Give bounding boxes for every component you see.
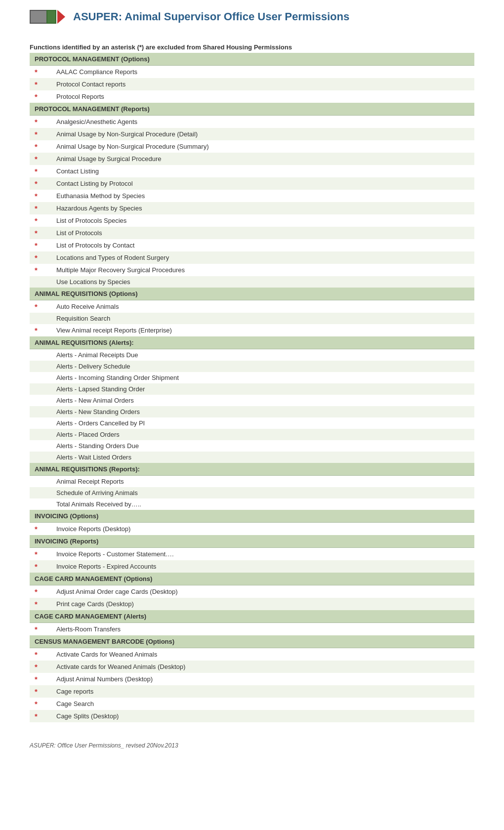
asterisk-marker: *: [30, 128, 54, 140]
asterisk-marker: *: [30, 140, 54, 153]
table-row: *Print cage Cards (Desktop): [30, 598, 474, 610]
asterisk-marker: *: [30, 710, 54, 722]
item-label: Locations and Types of Rodent Surgery: [54, 251, 474, 264]
section-header: ANIMAL REQUISITIONS (Alerts):: [30, 336, 474, 349]
no-marker: [30, 383, 54, 395]
item-label: Animal Receipt Reports: [54, 476, 474, 488]
item-label: Euthanasia Method by Species: [54, 190, 474, 202]
item-label: Multiple Major Recovery Surgical Procedu…: [54, 264, 474, 276]
no-marker: [30, 498, 54, 510]
table-row: Alerts - Delivery Schedule: [30, 361, 474, 372]
no-marker: [30, 429, 54, 440]
table-row: *Activate Cards for Weaned Animals: [30, 648, 474, 661]
section-header: CAGE CARD MANAGEMENT (Options): [30, 573, 474, 585]
table-row: *Animal Usage by Non-Surgical Procedure …: [30, 140, 474, 153]
table-row: *Multiple Major Recovery Surgical Proced…: [30, 264, 474, 276]
no-marker: [30, 487, 54, 498]
section-header: INVOICING (Reports): [30, 535, 474, 548]
asterisk-marker: *: [30, 78, 54, 90]
item-label: Alerts - Wait Listed Orders: [54, 452, 474, 463]
asterisk-marker: *: [30, 560, 54, 573]
asterisk-marker: *: [30, 190, 54, 202]
table-row: Total Animals Received by…..: [30, 498, 474, 510]
asterisk-marker: *: [30, 598, 54, 610]
item-label: Animal Usage by Non-Surgical Procedure (…: [54, 128, 474, 140]
table-row: Schedule of Arriving Animals: [30, 487, 474, 498]
section-header: ANIMAL REQUISITIONS (Options): [30, 288, 474, 300]
table-row: *Hazardous Agents by Species: [30, 202, 474, 214]
logo-grey-box: [30, 10, 47, 24]
item-label: Alerts - New Standing Orders: [54, 406, 474, 417]
table-row: *Adjust Animal Order cage Cards (Desktop…: [30, 585, 474, 598]
table-row: *Protocol Contact reports: [30, 78, 474, 90]
item-label: Animal Usage by Non-Surgical Procedure (…: [54, 140, 474, 153]
item-label: Alerts-Room Transfers: [54, 623, 474, 636]
asterisk-marker: *: [30, 685, 54, 698]
asterisk-marker: *: [30, 324, 54, 336]
section-header: PROTOCOL MANAGEMENT (Options): [30, 53, 474, 66]
no-marker: [30, 361, 54, 372]
asterisk-marker: *: [30, 585, 54, 598]
table-row: Alerts - Wait Listed Orders: [30, 452, 474, 463]
item-label: Cage Splits (Desktop): [54, 710, 474, 722]
item-label: Requisition Search: [54, 313, 474, 324]
no-marker: [30, 276, 54, 288]
section-header: CAGE CARD MANAGEMENT (Alerts): [30, 610, 474, 623]
item-label: Alerts - Animal Receipts Due: [54, 349, 474, 361]
table-row: *View Animal receipt Reports (Enterprise…: [30, 324, 474, 336]
asterisk-marker: *: [30, 264, 54, 276]
notice-text: Functions identified by an asterisk (*) …: [30, 43, 474, 51]
asterisk-marker: *: [30, 66, 54, 79]
table-row: *List of Protocols Species: [30, 214, 474, 227]
page-title: ASUPER: Animal Supervisor Office User Pe…: [73, 10, 349, 23]
asterisk-marker: *: [30, 698, 54, 710]
table-row: Alerts - Animal Receipts Due: [30, 349, 474, 361]
asterisk-marker: *: [30, 214, 54, 227]
page-header: ASUPER: Animal Supervisor Office User Pe…: [30, 10, 474, 29]
asterisk-marker: *: [30, 239, 54, 251]
item-label: Alerts - Orders Cancelled by PI: [54, 417, 474, 429]
item-label: Cage Search: [54, 698, 474, 710]
table-row: *Animal Usage by Surgical Procedure: [30, 153, 474, 165]
item-label: Alerts - Standing Orders Due: [54, 440, 474, 452]
no-marker: [30, 452, 54, 463]
asterisk-marker: *: [30, 300, 54, 313]
table-row: *Analgesic/Anesthetic Agents: [30, 116, 474, 128]
table-row: *Protocol Reports: [30, 90, 474, 103]
asterisk-marker: *: [30, 251, 54, 264]
asterisk-marker: *: [30, 153, 54, 165]
item-label: Alerts - Placed Orders: [54, 429, 474, 440]
no-marker: [30, 417, 54, 429]
item-label: Animal Usage by Surgical Procedure: [54, 153, 474, 165]
item-label: Auto Receive Animals: [54, 300, 474, 313]
no-marker: [30, 349, 54, 361]
item-label: Protocol Reports: [54, 90, 474, 103]
no-marker: [30, 395, 54, 406]
table-row: *Invoice Reports - Customer Statement….: [30, 548, 474, 561]
item-label: AALAC Compliance Reports: [54, 66, 474, 79]
table-row: *Invoice Reports - Expired Accounts: [30, 560, 474, 573]
asterisk-marker: *: [30, 523, 54, 536]
table-row: *Locations and Types of Rodent Surgery: [30, 251, 474, 264]
item-label: List of Protocols Species: [54, 214, 474, 227]
no-marker: [30, 440, 54, 452]
table-row: Alerts - New Animal Orders: [30, 395, 474, 406]
item-label: Invoice Reports - Expired Accounts: [54, 560, 474, 573]
table-row: *Auto Receive Animals: [30, 300, 474, 313]
section-header: CENSUS MANAGEMENT BARCODE (Options): [30, 635, 474, 648]
item-label: Schedule of Arriving Animals: [54, 487, 474, 498]
item-label: Use Locations by Species: [54, 276, 474, 288]
table-row: *Contact Listing by Protocol: [30, 177, 474, 190]
asterisk-marker: *: [30, 165, 54, 177]
table-row: *Activate cards for Weaned Animals (Desk…: [30, 661, 474, 673]
item-label: Hazardous Agents by Species: [54, 202, 474, 214]
asterisk-marker: *: [30, 116, 54, 128]
table-row: *Invoice Reports (Desktop): [30, 523, 474, 536]
table-row: *Alerts-Room Transfers: [30, 623, 474, 636]
item-label: Alerts - New Animal Orders: [54, 395, 474, 406]
item-label: Print cage Cards (Desktop): [54, 598, 474, 610]
table-row: Alerts - Placed Orders: [30, 429, 474, 440]
table-row: *List of Protocols: [30, 227, 474, 239]
table-row: Use Locations by Species: [30, 276, 474, 288]
asterisk-marker: *: [30, 673, 54, 685]
